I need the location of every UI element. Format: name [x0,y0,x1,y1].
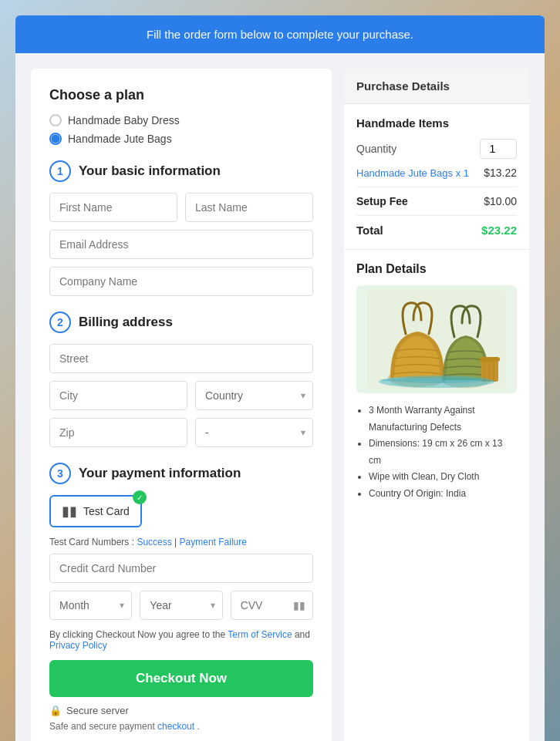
cvv-wrapper: ▮▮ [231,591,313,620]
radio-jute-bags[interactable] [49,133,62,145]
safe-suffix: . [197,721,199,732]
bullet-2: Wipe with Clean, Dry Cloth [369,469,517,486]
divider2 [356,215,517,216]
secure-row: 🔒 Secure server [49,705,313,716]
company-input[interactable] [49,267,313,296]
street-input[interactable] [49,344,313,373]
country-select[interactable]: Country [195,381,313,410]
setup-price: $10.00 [484,195,517,207]
country-select-wrapper: Country [195,381,313,410]
terms-and: and [295,629,310,640]
setup-label: Setup Fee [356,195,408,207]
zip-input[interactable] [49,418,187,447]
bullet-0: 3 Month Warranty Against Manufacturing D… [369,402,517,436]
checkout-button[interactable]: Checkout Now [49,660,313,697]
email-input[interactable] [49,230,313,259]
terms-link2[interactable]: Privacy Policy [49,640,107,651]
test-card-success-link[interactable]: Success [137,537,171,547]
purchase-body: Handmade Items Quantity Handmade Jute Ba… [344,104,529,249]
year-select-wrapper: Year 202420252026 202720282029 [140,591,222,620]
step1-header: 1 Your basic information [49,160,313,182]
card-check-badge: ✓ [133,490,147,504]
left-panel: Choose a plan Handmade Baby Dress Handma… [31,69,332,741]
total-label: Total [356,224,383,237]
step3-title: Your payment information [79,466,241,481]
total-row: Total $23.22 [356,224,517,237]
bullet-3: Country Of Origin: India [369,486,517,503]
lock-icon: 🔒 [49,705,62,716]
right-panel: Purchase Details Handmade Items Quantity… [344,69,529,741]
secure-label: Secure server [66,705,129,716]
product-image [356,285,517,393]
purchase-header: Purchase Details [344,69,529,104]
quantity-label: Quantity [356,143,396,155]
plan-label-jute-bags: Handmade Jute Bags [68,133,172,145]
month-select-wrapper: Month 010203 040506 070809 101112 [49,591,132,620]
setup-fee-row: Setup Fee $10.00 [356,195,517,207]
svg-rect-4 [480,357,500,362]
step2-title: Billing address [79,315,173,330]
total-price: $23.22 [481,224,517,237]
name-row [49,193,313,222]
year-select[interactable]: Year 202420252026 202720282029 [140,591,222,620]
step1-title: Your basic information [79,163,221,179]
cc-row [49,554,313,583]
plan-option-baby-dress[interactable]: Handmade Baby Dress [49,114,313,126]
step3-header: 3 Your payment information [49,463,313,484]
cc-input[interactable] [49,554,313,583]
purchase-section-title: Handmade Items [356,116,517,130]
terms-text: By clicking Checkout Now you agree to th… [49,629,313,651]
step1-circle: 1 [49,160,71,182]
choose-plan-title: Choose a plan [49,87,313,103]
city-input[interactable] [49,381,187,410]
divider1 [356,187,517,187]
quantity-input[interactable] [480,139,517,159]
terms-prefix: By clicking Checkout Now you agree to th… [49,629,228,640]
item-price: $13.22 [484,167,517,179]
month-select[interactable]: Month 010203 040506 070809 101112 [49,591,132,620]
banner-text: Fill the order form below to complete yo… [147,28,413,41]
first-name-input[interactable] [49,193,177,222]
card-button[interactable]: ▮▮ Test Card ✓ [49,495,142,527]
product-bullets: 3 Month Warranty Against Manufacturing D… [356,402,517,503]
cvv-card-icon: ▮▮ [293,599,305,611]
street-row [49,344,313,373]
plan-details-title: Plan Details [356,262,517,276]
test-card-info: Test Card Numbers : Success | Payment Fa… [49,537,313,547]
terms-link1[interactable]: Term of Service [228,629,292,640]
month-year-cvv-row: Month 010203 040506 070809 101112 Year 2… [49,591,313,620]
test-card-prefix: Test Card Numbers : [49,537,137,547]
safe-prefix: Safe and secure payment [49,721,157,732]
plan-label-baby-dress: Handmade Baby Dress [68,114,180,126]
bullet-1: Dimensions: 19 cm x 26 cm x 13 cm [369,436,517,469]
product-svg [367,289,506,389]
step2-header: 2 Billing address [49,312,313,333]
step2-circle: 2 [49,312,71,333]
safe-checkout-link[interactable]: checkout [157,721,194,732]
card-label: Test Card [83,505,130,517]
radio-baby-dress[interactable] [49,114,62,126]
test-card-failure-link[interactable]: Payment Failure [180,537,247,547]
plan-option-jute-bags[interactable]: Handmade Jute Bags [49,133,313,145]
card-icon: ▮▮ [62,503,77,520]
page-wrapper: Fill the order form below to complete yo… [15,15,545,741]
zip-state-row: - [49,418,313,447]
item-row: Handmade Jute Bags x 1 $13.22 [356,167,517,179]
step3-circle: 3 [49,463,71,484]
email-row [49,230,313,259]
last-name-input[interactable] [185,193,313,222]
quantity-row: Quantity [356,139,517,159]
company-row [49,267,313,296]
secure-footer: Safe and secure payment checkout . [49,721,313,732]
state-select[interactable]: - [195,418,313,447]
city-country-row: Country [49,381,313,410]
top-banner: Fill the order form below to complete yo… [15,15,545,53]
plan-details-section: Plan Details [344,249,529,515]
main-content: Choose a plan Handmade Baby Dress Handma… [15,53,545,741]
item-link[interactable]: Handmade Jute Bags x 1 [356,167,469,179]
state-select-wrapper: - [195,418,313,447]
